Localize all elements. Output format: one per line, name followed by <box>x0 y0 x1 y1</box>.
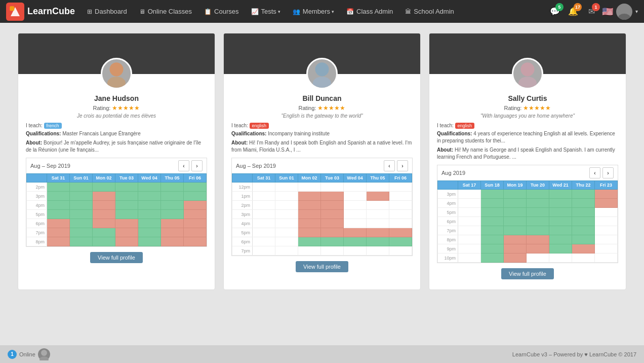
schedule-cell <box>549 190 572 199</box>
svg-point-8 <box>313 77 331 88</box>
day-header: Sat 17 <box>458 181 481 190</box>
nav-dashboard[interactable]: ⊞ Dashboard <box>82 0 132 23</box>
schedule-cell <box>572 190 595 199</box>
schedule-cell <box>184 237 207 246</box>
avatar-container <box>306 58 338 89</box>
schedule-cell <box>321 201 344 210</box>
chat-button[interactable]: 💬 5 <box>547 4 562 19</box>
schedule-cell <box>321 219 344 228</box>
schedule-cell <box>70 237 93 246</box>
schedule-cell <box>47 237 70 246</box>
schedule-cell <box>527 208 549 217</box>
day-header: Fri 06 <box>184 174 207 183</box>
card-body: Bill Duncan Rating: ★★★★★ "English is th… <box>224 74 420 282</box>
language-flag[interactable]: 🇺🇸 <box>602 6 613 17</box>
cal-prev-button[interactable]: ‹ <box>384 160 395 171</box>
cal-next-button[interactable]: › <box>602 167 614 178</box>
online-user-avatar <box>38 348 50 360</box>
day-header: Sun 18 <box>481 181 504 190</box>
schedule-cell <box>253 183 275 192</box>
schedule-cell <box>595 253 618 263</box>
schedule-cell <box>527 235 549 244</box>
schedule-cell <box>161 237 184 246</box>
schedule-cell <box>115 210 138 219</box>
user-dropdown-arrow[interactable]: ▾ <box>635 9 638 14</box>
cal-next-button[interactable]: › <box>397 160 408 171</box>
schedule-cell <box>138 201 161 210</box>
card-header <box>18 33 215 74</box>
schedule-cell <box>549 235 572 244</box>
svg-point-5 <box>109 62 123 76</box>
schedule-cell <box>367 183 389 192</box>
nav-courses[interactable]: 📋 Courses <box>199 0 244 23</box>
nav-members[interactable]: 👥 Members ▾ <box>288 0 339 23</box>
schedule-cell <box>527 253 549 263</box>
nav-class-admin[interactable]: 📅 Class Admin <box>341 0 398 23</box>
teach-line: I teach: english <box>231 123 413 129</box>
svg-point-7 <box>315 62 329 76</box>
rating-stars: ★★★★★ <box>112 104 140 112</box>
user-avatar-nav[interactable] <box>616 4 632 20</box>
schedule-table: Sat 31Sun 01Mon 02Tue 03Wed 04Thu 05Fri … <box>232 173 412 256</box>
message-button[interactable]: ✉ 1 <box>584 4 599 19</box>
members-icon: 👥 <box>293 8 300 15</box>
footer: 1 Online LearnCube v3 – Powered by ♥ Lea… <box>0 345 644 363</box>
schedule-cell <box>93 192 115 201</box>
schedule-cell <box>344 183 367 192</box>
brand[interactable]: LearnCube <box>6 3 75 21</box>
schedule-cell <box>47 192 70 201</box>
schedule-cell <box>367 246 389 256</box>
nav-online-classes[interactable]: 🖥 Online Classes <box>134 0 197 23</box>
teach-tag: english <box>455 123 475 129</box>
schedule-cell <box>389 237 412 246</box>
day-header: Thu 05 <box>161 174 184 183</box>
time-label: 8pm <box>438 235 458 244</box>
day-header: Sun 01 <box>70 174 93 183</box>
time-label: 1pm <box>232 192 253 201</box>
schedule-cell <box>458 226 481 235</box>
schedule-cell <box>572 217 595 226</box>
schedule-cell <box>458 217 481 226</box>
navbar: LearnCube ⊞ Dashboard 🖥 Online Classes 📋… <box>0 0 644 23</box>
schedule-cell <box>481 217 504 226</box>
class-admin-icon: 📅 <box>346 8 354 15</box>
schedule-cell <box>253 210 275 219</box>
schedule-cell <box>527 199 549 208</box>
schedule-cell <box>321 210 344 219</box>
view-profile-button[interactable]: View full profile <box>296 261 348 272</box>
time-label: 3pm <box>27 192 47 201</box>
schedule-cell <box>70 192 93 201</box>
cal-prev-button[interactable]: ‹ <box>178 160 189 171</box>
cal-header: Aug 2019 ‹ › <box>437 165 618 180</box>
online-indicator: 1 Online <box>8 348 50 360</box>
message-badge: 1 <box>592 3 600 11</box>
cal-next-button[interactable]: › <box>191 160 203 171</box>
schedule-cell <box>138 183 161 192</box>
rating-line: Rating: ★★★★★ <box>26 104 207 112</box>
calendar-section: Aug 2019 ‹ › Sat 17Sun 18Mon 19Tue 20Wed… <box>437 165 618 263</box>
date-range: Aug – Sep 2019 <box>236 163 276 169</box>
teach-label: I teach: <box>26 123 44 128</box>
schedule-cell <box>253 228 275 237</box>
schedule-cell <box>344 246 367 256</box>
schedule-cell <box>47 183 70 192</box>
cal-prev-button[interactable]: ‹ <box>589 167 600 178</box>
view-profile-button[interactable]: View full profile <box>90 252 143 263</box>
nav-school-admin[interactable]: 🏛 School Admin <box>400 0 459 23</box>
cal-header: Aug – Sep 2019 ‹ › <box>232 158 412 173</box>
schedule-cell <box>504 208 527 217</box>
notification-button[interactable]: 🔔 17 <box>566 4 581 19</box>
view-profile-button[interactable]: View full profile <box>501 268 554 279</box>
time-label: 3pm <box>438 190 458 199</box>
nav-tests[interactable]: 📈 Tests ▾ <box>246 0 286 23</box>
courses-icon: 📋 <box>204 8 212 15</box>
schedule-cell <box>481 235 504 244</box>
schedule-cell <box>458 199 481 208</box>
calendar-section: Aug – Sep 2019 ‹ › Sat 31Sun 01Mon 02Tue… <box>231 158 413 256</box>
time-label: 2pm <box>27 183 47 192</box>
day-header: Wed 21 <box>549 181 572 190</box>
schedule-cell <box>115 219 138 228</box>
svg-point-11 <box>41 350 47 356</box>
time-label: 4pm <box>438 199 458 208</box>
schedule-cell <box>275 237 298 246</box>
